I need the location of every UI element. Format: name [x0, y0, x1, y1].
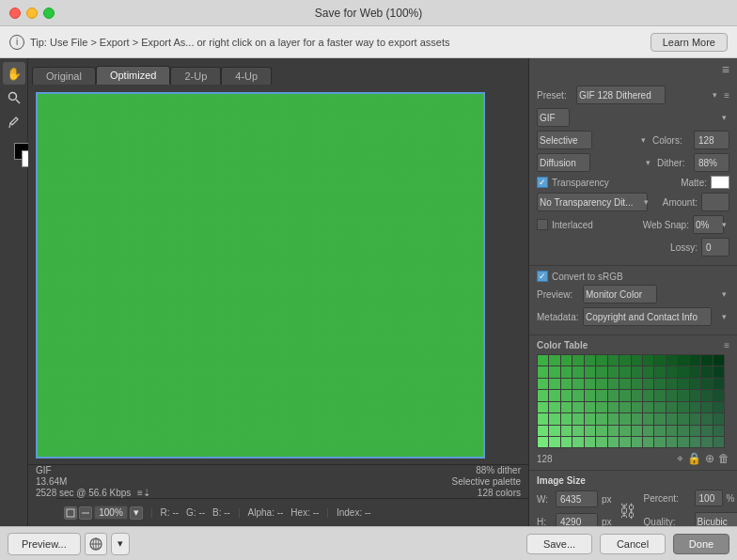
tab-2up[interactable]: 2-Up — [170, 67, 221, 85]
amount-input[interactable] — [701, 193, 729, 211]
color-cell[interactable] — [572, 355, 583, 366]
color-cell[interactable] — [690, 426, 700, 436]
zoom-icon[interactable] — [64, 506, 77, 520]
color-cell[interactable] — [666, 426, 677, 436]
color-cell[interactable] — [632, 402, 642, 412]
color-cell[interactable] — [678, 437, 688, 447]
color-cell[interactable] — [572, 437, 583, 447]
hand-tool[interactable]: ✋ — [3, 62, 25, 85]
color-cell[interactable] — [549, 379, 559, 389]
color-cell[interactable] — [608, 437, 619, 447]
color-cell[interactable] — [678, 355, 688, 366]
reduction-select[interactable]: Selective — [537, 131, 592, 149]
color-cell[interactable] — [643, 366, 653, 377]
color-cell[interactable] — [619, 379, 630, 389]
color-cell[interactable] — [701, 355, 712, 366]
color-cell[interactable] — [549, 355, 559, 366]
link-wh-icon[interactable]: ⛓ — [619, 502, 636, 521]
delete-color-icon[interactable]: 🗑 — [718, 452, 729, 465]
color-cell[interactable] — [596, 437, 606, 447]
color-cell[interactable] — [608, 426, 619, 436]
color-cell[interactable] — [690, 402, 700, 412]
color-cell[interactable] — [596, 366, 606, 377]
color-cell[interactable] — [654, 413, 665, 424]
tab-4up[interactable]: 4-Up — [221, 67, 272, 85]
color-cell[interactable] — [538, 379, 548, 389]
color-cell[interactable] — [619, 402, 630, 412]
color-cell[interactable] — [596, 413, 606, 424]
search-color-icon[interactable]: ⌖ — [677, 452, 683, 465]
color-cell[interactable] — [538, 390, 548, 400]
color-cell[interactable] — [678, 426, 688, 436]
color-cell[interactable] — [654, 355, 665, 366]
color-cell[interactable] — [643, 390, 653, 400]
color-cell[interactable] — [538, 366, 548, 377]
color-cell[interactable] — [549, 366, 559, 377]
color-cell[interactable] — [666, 366, 677, 377]
color-cell[interactable] — [632, 390, 642, 400]
color-cell[interactable] — [561, 390, 572, 400]
color-cell[interactable] — [596, 390, 606, 400]
color-cell[interactable] — [549, 426, 559, 436]
color-cell[interactable] — [538, 426, 548, 436]
maximize-button[interactable] — [43, 8, 55, 19]
color-cell[interactable] — [538, 402, 548, 412]
color-cell[interactable] — [561, 366, 572, 377]
color-cell[interactable] — [690, 379, 700, 389]
color-cell[interactable] — [585, 426, 595, 436]
eyedropper-tool[interactable] — [3, 111, 25, 133]
color-cell[interactable] — [690, 437, 700, 447]
color-cell[interactable] — [678, 379, 688, 389]
color-cell[interactable] — [549, 437, 559, 447]
web-snap-select[interactable]: 0% — [693, 215, 724, 234]
color-cell[interactable] — [690, 366, 700, 377]
color-cell[interactable] — [666, 402, 677, 412]
color-cell[interactable] — [561, 402, 572, 412]
color-cell[interactable] — [572, 402, 583, 412]
tab-original[interactable]: Original — [32, 67, 96, 85]
color-cell[interactable] — [549, 390, 559, 400]
done-button[interactable]: Done — [673, 534, 729, 554]
color-cell[interactable] — [654, 366, 665, 377]
color-cell[interactable] — [585, 355, 595, 366]
color-cell[interactable] — [666, 355, 677, 366]
color-cell[interactable] — [713, 355, 724, 366]
color-cell[interactable] — [632, 379, 642, 389]
preview-select[interactable]: Monitor Color — [583, 285, 657, 303]
color-cell[interactable] — [549, 413, 559, 424]
color-cell[interactable] — [619, 413, 630, 424]
color-cell[interactable] — [713, 437, 724, 447]
color-cell[interactable] — [678, 390, 688, 400]
percent-input[interactable] — [695, 490, 723, 506]
color-cell[interactable] — [619, 437, 630, 447]
color-cell[interactable] — [572, 413, 583, 424]
color-cell[interactable] — [654, 390, 665, 400]
color-cell[interactable] — [538, 437, 548, 447]
transparency-checkbox[interactable]: ✓ — [537, 177, 548, 188]
dither-select[interactable]: Diffusion — [537, 153, 590, 172]
colors-input[interactable] — [694, 131, 729, 149]
color-cell[interactable] — [538, 413, 548, 424]
color-cell[interactable] — [701, 366, 712, 377]
panel-menu-icon[interactable]: ≡ — [722, 62, 729, 77]
color-cell[interactable] — [666, 437, 677, 447]
color-cell[interactable] — [596, 402, 606, 412]
color-cell[interactable] — [701, 426, 712, 436]
color-cell[interactable] — [632, 355, 642, 366]
color-cell[interactable] — [654, 379, 665, 389]
color-cell[interactable] — [561, 379, 572, 389]
color-cell[interactable] — [596, 426, 606, 436]
width-input[interactable] — [556, 490, 598, 507]
color-cell[interactable] — [596, 355, 606, 366]
save-button[interactable]: Save... — [526, 534, 592, 554]
color-cell[interactable] — [561, 355, 572, 366]
color-cell[interactable] — [701, 379, 712, 389]
color-cell[interactable] — [561, 437, 572, 447]
color-cell[interactable] — [701, 402, 712, 412]
color-cell[interactable] — [654, 426, 665, 436]
color-cell[interactable] — [690, 413, 700, 424]
color-cell[interactable] — [654, 437, 665, 447]
color-cell[interactable] — [585, 379, 595, 389]
zoom-dropdown[interactable]: ▾ — [130, 506, 143, 520]
color-cell[interactable] — [701, 413, 712, 424]
